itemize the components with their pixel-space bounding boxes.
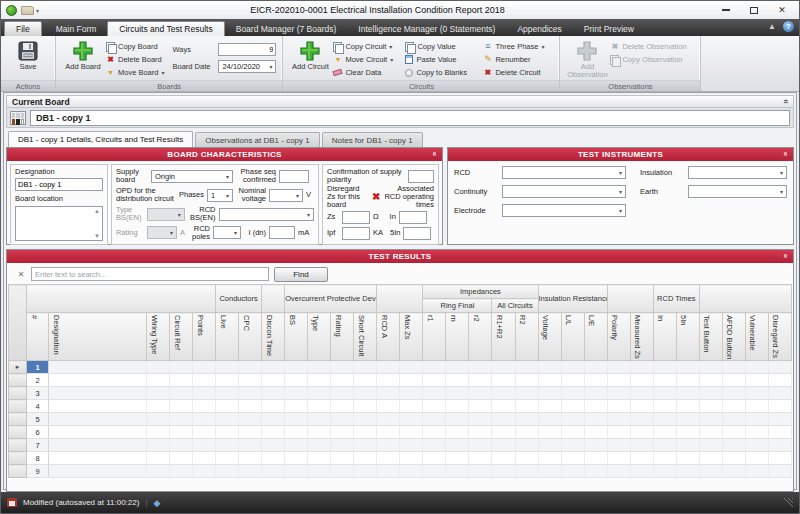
rcd-bsen-select[interactable]: ▾ [219,208,315,221]
grid-cell[interactable] [515,439,538,452]
grid-cell[interactable] [561,452,584,465]
grid-cell[interactable] [49,439,147,452]
grid-cell[interactable] [49,374,147,387]
grid-cell[interactable] [446,465,469,478]
grid-cell[interactable] [377,387,400,400]
grid-cell[interactable] [216,361,239,374]
grid-col-header-cpc[interactable]: CPC [239,313,262,361]
grid-col-header-vulnerable[interactable]: Vulnerable [745,313,768,361]
grid-cell[interactable] [745,465,768,478]
collapse-chevron-icon[interactable]: « [782,152,790,157]
grid-row-header[interactable] [9,426,27,439]
grid-cell[interactable] [653,361,676,374]
supply-board-select[interactable]: Origin ▾ [151,170,233,183]
grid-cell[interactable] [584,426,607,439]
grid-cell[interactable] [446,413,469,426]
scroll-down-icon[interactable]: ▼ [94,233,100,239]
search-input[interactable] [31,267,269,281]
grid-col-header-test-button[interactable]: Test Button [699,313,722,361]
grid-cell[interactable] [538,465,561,478]
grid-col-header-measured-zs[interactable]: Measured Zs [630,313,653,361]
grid-cell[interactable] [676,439,699,452]
scroll-up-icon[interactable]: ▲ [94,208,100,214]
grid-cell[interactable] [308,361,331,374]
nominal-voltage-select[interactable]: ▾ [269,189,303,202]
grid-cell[interactable] [377,452,400,465]
grid-cell[interactable] [653,374,676,387]
grid-cell[interactable] [239,439,262,452]
grid-cell[interactable] [423,400,446,413]
grid-cell[interactable] [170,387,193,400]
grid-cell[interactable] [308,452,331,465]
rcd-poles-select[interactable]: ▾ [213,226,241,239]
grid-cell[interactable] [216,413,239,426]
grid-cell[interactable] [538,439,561,452]
grid-cell[interactable] [216,374,239,387]
grid-cell[interactable] [653,452,676,465]
grid-row-header[interactable] [9,374,27,387]
grid-cell[interactable] [446,387,469,400]
ribbon-tab-appendices[interactable]: Appendices [506,21,572,36]
grid-cell[interactable] [492,361,515,374]
grid-cell[interactable] [423,439,446,452]
grid-col-header-circuit-ref[interactable]: Circuit Ref [170,313,193,361]
grid-cell[interactable] [170,439,193,452]
grid-cell[interactable] [745,400,768,413]
grid-cell[interactable] [653,439,676,452]
grid-cell[interactable] [745,452,768,465]
grid-cell[interactable] [676,374,699,387]
grid-row-header[interactable] [9,400,27,413]
ribbon-tab-board-manager-7-boards[interactable]: Board Manager (7 Boards) [225,21,348,36]
grid-cell[interactable] [584,374,607,387]
grid-cell[interactable] [285,452,308,465]
grid-cell[interactable] [653,400,676,413]
grid-col-header-rn[interactable]: rn [446,313,469,361]
grid-row-number[interactable]: 4 [27,400,49,413]
grid-cell[interactable] [492,465,515,478]
grid-col-header-rcd-a[interactable]: RCD A [377,313,400,361]
grid-cell[interactable] [331,439,354,452]
grid-cell[interactable] [607,387,630,400]
paste-value-button[interactable]: Paste Value [405,54,483,65]
grid-cell[interactable] [584,465,607,478]
grid-row-header[interactable] [9,465,27,478]
grid-cell[interactable] [607,413,630,426]
grid-cell[interactable] [515,452,538,465]
grid-cell[interactable] [423,361,446,374]
continuity-instrument-select[interactable]: ▾ [502,185,626,198]
find-button[interactable]: Find [274,267,328,282]
grid-row-header[interactable] [9,452,27,465]
delete-circuit-button[interactable]: ✖ Delete Circuit [483,67,555,78]
grid-cell[interactable] [607,452,630,465]
grid-cell[interactable] [676,413,699,426]
grid-cell[interactable] [515,400,538,413]
grid-cell[interactable] [354,452,377,465]
close-button[interactable]: ✕ [776,5,788,15]
grid-cell[interactable] [262,361,285,374]
grid-col-header-5in[interactable]: 5In [676,313,699,361]
grid-row-header[interactable] [9,387,27,400]
grid-cell[interactable] [561,400,584,413]
electrode-instrument-select[interactable]: ▾ [502,204,626,217]
three-phase-button[interactable]: ≡ Three Phase ▾ [483,41,555,52]
grid-row-number[interactable]: 2 [27,374,49,387]
grid-cell[interactable] [193,465,216,478]
grid-col-header-bs[interactable]: BS [285,313,308,361]
ipf-input[interactable] [342,227,370,240]
phase-seq-input[interactable] [279,170,309,183]
resize-grip[interactable] [784,498,793,507]
grid-cell[interactable] [377,413,400,426]
grid-cell[interactable] [147,374,170,387]
grid-col-header-in[interactable]: In [653,313,676,361]
grid-cell[interactable] [745,387,768,400]
grid-row-number[interactable]: 5 [27,413,49,426]
grid-cell[interactable] [170,374,193,387]
grid-cell[interactable] [653,387,676,400]
grid-row-number[interactable]: 9 [27,465,49,478]
grid-cell[interactable] [262,439,285,452]
grid-cell[interactable] [722,413,745,426]
current-board-header[interactable]: Current Board « [6,95,794,108]
grid-cell[interactable] [469,413,492,426]
grid-cell[interactable] [354,361,377,374]
grid-cell[interactable] [584,452,607,465]
